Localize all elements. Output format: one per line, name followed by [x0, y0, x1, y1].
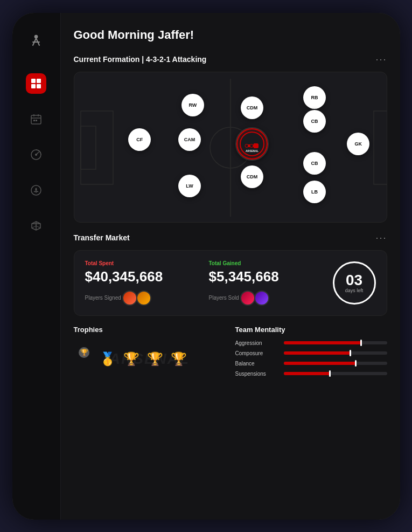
mentality-balance: Balance [235, 361, 387, 367]
position-gk[interactable]: GK [347, 133, 369, 155]
svg-rect-4 [37, 84, 41, 88]
balance-label: Balance [235, 361, 278, 367]
mentality-composure: Composure [235, 350, 387, 356]
days-left-circle: 03 days left [333, 261, 376, 305]
svg-rect-10 [36, 120, 37, 121]
formation-menu[interactable]: ··· [375, 54, 387, 65]
svg-rect-2 [37, 79, 41, 83]
svg-rect-3 [31, 84, 36, 88]
position-cdm1[interactable]: CDM [241, 96, 263, 119]
transfer-title: Transfer Market [74, 233, 130, 242]
position-cb1[interactable]: CB [303, 110, 326, 133]
trophy-display: ARSENAL 🏆 🥇 🏆 🏆 🏆 [74, 340, 226, 378]
position-lw[interactable]: LW [178, 175, 201, 197]
total-spent-amount: $40,345,668 [85, 268, 198, 285]
svg-marker-15 [35, 188, 37, 191]
arsenal-logo-center: ARSENAL [235, 127, 269, 161]
transfer-row: Total Spent $40,345,668 Players Signed T… [85, 260, 376, 306]
sidebar-item-stats[interactable] [26, 144, 46, 165]
total-spent-col: Total Spent $40,345,668 Players Signed [85, 260, 198, 306]
svg-line-22 [32, 226, 36, 228]
svg-point-34 [245, 144, 248, 147]
main-content: Good Morning Jaffer! Current Formation |… [61, 13, 400, 520]
player-avatar-2 [136, 291, 151, 306]
svg-rect-27 [81, 111, 113, 184]
position-cf[interactable]: CF [128, 128, 151, 151]
football-pitch: RW CDM RB CF CAM [74, 72, 387, 223]
trophies-section: Trophies ARSENAL 🏆 🥇 🏆 🏆 🏆 [74, 326, 226, 381]
svg-text:ARSENAL: ARSENAL [246, 149, 259, 153]
trophy-2: 🥇 [97, 346, 118, 372]
svg-rect-29 [374, 111, 387, 184]
team-mentality-title: Team Mentality [235, 326, 387, 334]
position-lb[interactable]: LB [303, 181, 326, 203]
player-avatar-1 [122, 291, 137, 306]
tablet-shell: Good Morning Jaffer! Current Formation |… [12, 13, 400, 520]
composure-label: Composure [235, 350, 278, 356]
position-rw[interactable]: RW [181, 94, 204, 116]
svg-rect-36 [256, 144, 259, 148]
days-left-number: 03 [346, 273, 362, 288]
player-avatar-4 [254, 291, 269, 306]
player-avatar-3 [240, 291, 255, 306]
svg-point-35 [250, 144, 253, 147]
sidebar-item-calendar[interactable] [26, 109, 46, 129]
pitch-lines-svg [74, 72, 387, 222]
players-sold-label: Players Sold [209, 295, 239, 301]
aggression-label: Aggression [235, 340, 278, 346]
total-gained-col: Total Gained $5,345,668 Players Sold [209, 260, 322, 306]
players-signed-label: Players Signed [85, 295, 121, 301]
total-gained-label: Total Gained [209, 260, 322, 266]
position-cam[interactable]: CAM [178, 128, 201, 151]
suspensions-bar-fill [284, 372, 330, 375]
trophy-1: 🏆 [74, 346, 94, 372]
trophy-3: 🏆 [121, 346, 142, 372]
balance-bar-bg [284, 362, 387, 365]
transfer-header: Transfer Market ··· [74, 232, 387, 244]
suspensions-label: Suspensions [235, 371, 278, 377]
sidebar-item-grid[interactable] [26, 73, 46, 94]
svg-text:🏆: 🏆 [80, 348, 88, 356]
formation-title: Current Formation | 4-3-2-1 Attacking [74, 55, 207, 64]
svg-point-13 [35, 154, 37, 156]
greeting-text: Good Morning Jaffer! [74, 28, 387, 42]
svg-line-23 [36, 226, 40, 228]
total-spent-label: Total Spent [85, 260, 198, 266]
formation-header: Current Formation | 4-3-2-1 Attacking ··… [74, 54, 387, 65]
composure-bar-fill [284, 351, 351, 355]
players-signed-row: Players Signed [85, 291, 198, 306]
composure-bar-bg [284, 351, 387, 355]
sidebar-item-football[interactable] [26, 180, 46, 201]
sidebar [12, 13, 61, 520]
team-mentality-section: Team Mentality Aggression Composure Bala… [235, 326, 387, 381]
svg-rect-1 [31, 79, 36, 83]
transfer-menu[interactable]: ··· [375, 232, 387, 244]
players-sold-row: Players Sold [209, 291, 322, 306]
sidebar-item-cube[interactable] [26, 216, 46, 236]
arsenal-logo-inner: ARSENAL [236, 128, 268, 160]
mentality-suspensions: Suspensions [235, 371, 387, 377]
total-gained-amount: $5,345,668 [209, 268, 322, 285]
svg-rect-9 [33, 120, 35, 121]
trophy-4: 🏆 [145, 346, 165, 372]
position-cdm2[interactable]: CDM [241, 165, 263, 188]
aggression-bar-fill [284, 341, 361, 344]
position-cb2[interactable]: CB [303, 152, 326, 175]
aggression-bar-bg [284, 341, 387, 344]
days-left-label: days left [345, 288, 364, 293]
trophies-title: Trophies [74, 326, 226, 334]
position-rb[interactable]: RB [303, 86, 326, 109]
svg-rect-28 [81, 126, 96, 169]
bottom-row: Trophies ARSENAL 🏆 🥇 🏆 🏆 🏆 [74, 326, 387, 381]
mentality-aggression: Aggression [235, 340, 387, 346]
suspensions-bar-bg [284, 372, 387, 375]
balance-bar-fill [284, 362, 356, 365]
app-logo[interactable] [24, 29, 48, 53]
transfer-card: Total Spent $40,345,668 Players Signed T… [74, 250, 387, 316]
trophy-5: 🏆 [169, 346, 189, 372]
